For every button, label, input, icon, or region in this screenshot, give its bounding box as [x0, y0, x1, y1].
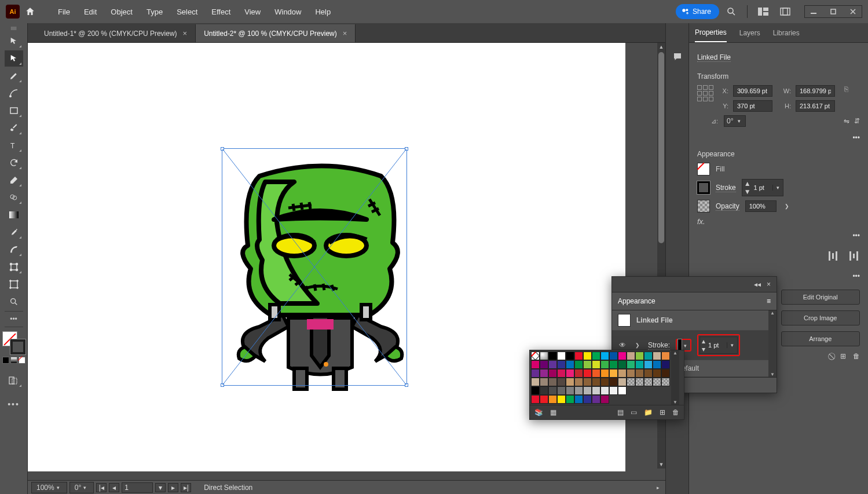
swatch-cell[interactable]	[661, 369, 670, 378]
swatch-cell[interactable]	[566, 360, 574, 369]
color-mode-gradient[interactable]	[10, 357, 17, 364]
swatch-cell[interactable]	[618, 352, 627, 360]
artboard-tool[interactable]	[5, 276, 23, 292]
swatch-cell[interactable]	[609, 352, 618, 360]
swatch-cell[interactable]	[592, 352, 600, 360]
last-artboard[interactable]: ▸|	[181, 483, 191, 492]
new-swatch-icon[interactable]: ⊞	[660, 408, 665, 416]
zoom-level[interactable]: 100%	[31, 482, 67, 493]
close-tab-icon[interactable]: ×	[343, 29, 347, 38]
toolbar-more[interactable]: •••	[8, 400, 20, 409]
swatch-cell[interactable]	[653, 378, 661, 386]
reference-point[interactable]	[697, 85, 715, 103]
flip-horizontal-icon[interactable]: ⇋	[844, 117, 849, 125]
swatch-cell[interactable]	[627, 369, 635, 378]
tab-properties[interactable]: Properties	[695, 24, 727, 42]
swatch-cell[interactable]	[540, 360, 548, 369]
collapse-icon[interactable]: ◂◂	[754, 280, 761, 288]
swatch-cell[interactable]	[574, 378, 583, 386]
share-button[interactable]: Share	[676, 4, 719, 19]
swatch-cell[interactable]	[644, 378, 653, 386]
fill-stroke-control[interactable]	[2, 331, 25, 354]
first-artboard[interactable]: |◂	[96, 483, 107, 492]
new-icon[interactable]: ⊞	[840, 352, 846, 360]
swatch-cell[interactable]	[574, 360, 583, 369]
swatch-cell[interactable]	[531, 369, 540, 378]
pen-tool[interactable]	[5, 68, 23, 84]
stroke-swatch[interactable]	[10, 339, 25, 354]
stroke-swatch[interactable]	[697, 181, 710, 194]
swatch-cell[interactable]	[566, 369, 574, 378]
swatch-cell[interactable]	[600, 369, 609, 378]
swatch-cell[interactable]	[635, 360, 644, 369]
swatch-cell[interactable]	[644, 352, 653, 360]
fill-swatch[interactable]	[697, 163, 710, 175]
transform-options[interactable]: •••	[697, 130, 860, 145]
color-mode-none[interactable]	[19, 357, 25, 364]
next-artboard[interactable]: ▸	[168, 483, 178, 492]
curvature-tool[interactable]	[5, 85, 23, 101]
free-transform-tool[interactable]	[5, 259, 23, 275]
opacity-input[interactable]	[745, 200, 777, 212]
selection-tool[interactable]	[5, 33, 23, 49]
swatch-cell[interactable]	[557, 360, 566, 369]
swatch-cell[interactable]	[583, 360, 592, 369]
zoom-tool[interactable]	[5, 294, 23, 310]
menu-object[interactable]: Object	[105, 4, 138, 20]
trash-icon[interactable]: 🗑	[853, 352, 860, 360]
swatch-cell[interactable]	[644, 360, 653, 369]
swatch-cell[interactable]	[635, 378, 644, 386]
swatch-cell[interactable]	[627, 352, 635, 360]
swatch-cell[interactable]	[592, 378, 600, 386]
swatch-cell[interactable]	[574, 352, 583, 360]
swatch-cell[interactable]	[583, 352, 592, 360]
menu-help[interactable]: Help	[309, 4, 336, 20]
swatch-cell[interactable]	[540, 352, 548, 360]
swatch-cell[interactable]	[609, 386, 618, 395]
swatch-cell[interactable]	[566, 386, 574, 395]
panel-scrollbar[interactable]: ▲ ▼	[768, 310, 777, 377]
rotate-tool[interactable]	[5, 155, 23, 171]
eyedropper-tool[interactable]	[5, 224, 23, 240]
rotate-view[interactable]: 0°	[69, 482, 94, 493]
chevron-down-icon[interactable]	[81, 485, 89, 491]
swatch-cell[interactable]	[583, 395, 592, 404]
chevron-down-icon[interactable]	[772, 185, 783, 191]
swatch-cell[interactable]	[618, 378, 627, 386]
swatch-cell[interactable]	[609, 369, 618, 378]
minimize-button[interactable]	[805, 6, 822, 17]
maximize-button[interactable]	[825, 6, 842, 17]
swatch-cell[interactable]	[548, 386, 557, 395]
swatch-cell[interactable]	[540, 378, 548, 386]
document-tab-1[interactable]: Untitled-1* @ 200 % (CMYK/CPU Preview) ×	[36, 24, 196, 42]
swatch-cell[interactable]	[557, 369, 566, 378]
swatch-cell[interactable]	[557, 352, 566, 360]
close-panel-icon[interactable]: ×	[767, 280, 771, 288]
close-button[interactable]	[844, 6, 862, 17]
edit-original-button[interactable]: Edit Original	[781, 290, 860, 305]
swatch-cell[interactable]	[566, 378, 574, 386]
swatch-cell[interactable]	[557, 395, 566, 404]
menu-file[interactable]: File	[52, 4, 76, 20]
swatch-libraries-icon[interactable]: 📚	[534, 408, 543, 416]
workspace-icon[interactable]	[779, 5, 792, 18]
swatch-cell[interactable]	[600, 395, 609, 404]
swatch-cell[interactable]	[592, 386, 600, 395]
new-folder-icon[interactable]: 📁	[644, 408, 653, 416]
arrange-documents-icon[interactable]	[757, 5, 770, 18]
artboard-number-input[interactable]	[122, 482, 153, 493]
align-icon[interactable]	[827, 251, 838, 261]
swatch-cell[interactable]	[548, 369, 557, 378]
swatch-cell[interactable]	[609, 378, 618, 386]
swatch-cell[interactable]	[600, 386, 609, 395]
tab-libraries[interactable]: Libraries	[773, 24, 800, 42]
swatch-cell[interactable]	[661, 352, 670, 360]
edit-toolbar[interactable]: •••	[5, 311, 23, 327]
swatch-cell[interactable]	[600, 360, 609, 369]
swatch-cell[interactable]	[548, 352, 557, 360]
swatch-cell[interactable]	[540, 386, 548, 395]
menu-type[interactable]: Type	[141, 4, 169, 20]
arrange-button[interactable]: Arrange	[781, 331, 860, 346]
swatch-cell[interactable]	[661, 360, 670, 369]
swatch-cell[interactable]	[531, 378, 540, 386]
